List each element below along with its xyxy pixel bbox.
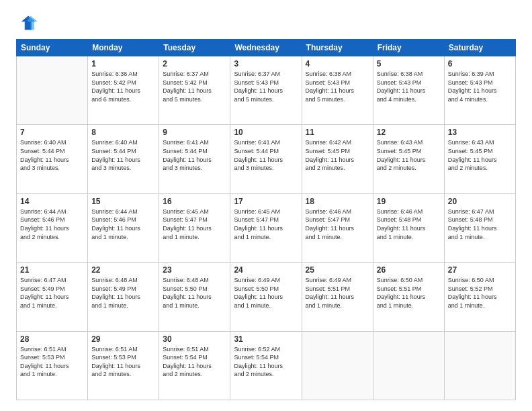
cell-info: Sunrise: 6:51 AM Sunset: 5:53 PM Dayligh…: [20, 345, 84, 379]
cell-info: Sunrise: 6:43 AM Sunset: 5:45 PM Dayligh…: [377, 138, 441, 172]
calendar-cell: 30Sunrise: 6:51 AM Sunset: 5:54 PM Dayli…: [159, 331, 230, 400]
day-number: 20: [448, 197, 512, 206]
calendar-cell: 21Sunrise: 6:47 AM Sunset: 5:49 PM Dayli…: [17, 263, 88, 331]
calendar-cell: 31Sunrise: 6:52 AM Sunset: 5:54 PM Dayli…: [230, 331, 302, 400]
cell-info: Sunrise: 6:37 AM Sunset: 5:43 PM Dayligh…: [234, 70, 298, 103]
cell-info: Sunrise: 6:51 AM Sunset: 5:53 PM Dayligh…: [91, 345, 155, 379]
day-number: 8: [91, 128, 155, 137]
day-number: 11: [306, 128, 369, 137]
calendar-cell: [373, 331, 444, 400]
day-number: 1: [91, 59, 155, 68]
day-number: 4: [306, 59, 369, 68]
calendar-cell: 8Sunrise: 6:40 AM Sunset: 5:44 PM Daylig…: [88, 125, 159, 193]
calendar-cell: 19Sunrise: 6:46 AM Sunset: 5:48 PM Dayli…: [373, 193, 444, 262]
calendar-cell: 23Sunrise: 6:48 AM Sunset: 5:50 PM Dayli…: [159, 263, 230, 331]
calendar-cell: 9Sunrise: 6:41 AM Sunset: 5:44 PM Daylig…: [159, 125, 230, 193]
header: [16, 13, 516, 32]
cell-info: Sunrise: 6:43 AM Sunset: 5:45 PM Dayligh…: [448, 138, 512, 172]
calendar-cell: 17Sunrise: 6:45 AM Sunset: 5:47 PM Dayli…: [230, 193, 302, 262]
cell-info: Sunrise: 6:49 AM Sunset: 5:51 PM Dayligh…: [306, 276, 369, 310]
day-number: 23: [163, 265, 226, 275]
cell-info: Sunrise: 6:51 AM Sunset: 5:54 PM Dayligh…: [163, 345, 226, 379]
calendar-week-2: 14Sunrise: 6:44 AM Sunset: 5:46 PM Dayli…: [17, 193, 516, 262]
calendar-cell: 14Sunrise: 6:44 AM Sunset: 5:46 PM Dayli…: [17, 193, 88, 262]
calendar-week-1: 7Sunrise: 6:40 AM Sunset: 5:44 PM Daylig…: [17, 125, 516, 193]
cell-info: Sunrise: 6:47 AM Sunset: 5:49 PM Dayligh…: [20, 276, 84, 310]
day-number: 3: [234, 59, 298, 68]
calendar-cell: 26Sunrise: 6:50 AM Sunset: 5:51 PM Dayli…: [373, 263, 444, 331]
cell-info: Sunrise: 6:45 AM Sunset: 5:47 PM Dayligh…: [234, 208, 298, 241]
calendar-week-3: 21Sunrise: 6:47 AM Sunset: 5:49 PM Dayli…: [17, 263, 516, 331]
day-header-saturday: Saturday: [444, 40, 515, 56]
calendar-cell: 25Sunrise: 6:49 AM Sunset: 5:51 PM Dayli…: [302, 263, 373, 331]
calendar-cell: 4Sunrise: 6:38 AM Sunset: 5:43 PM Daylig…: [302, 56, 373, 125]
day-number: 29: [91, 334, 155, 344]
cell-info: Sunrise: 6:46 AM Sunset: 5:47 PM Dayligh…: [306, 208, 369, 241]
day-number: 13: [448, 128, 512, 137]
calendar-week-0: 1Sunrise: 6:36 AM Sunset: 5:42 PM Daylig…: [17, 56, 516, 125]
day-number: 16: [163, 197, 226, 206]
cell-info: Sunrise: 6:48 AM Sunset: 5:49 PM Dayligh…: [91, 276, 155, 310]
calendar-cell: 11Sunrise: 6:42 AM Sunset: 5:45 PM Dayli…: [302, 125, 373, 193]
cell-info: Sunrise: 6:50 AM Sunset: 5:51 PM Dayligh…: [377, 276, 441, 310]
page: SundayMondayTuesdayWednesdayThursdayFrid…: [0, 0, 532, 411]
day-number: 7: [20, 128, 84, 137]
day-number: 19: [377, 197, 441, 206]
day-number: 26: [377, 265, 441, 275]
calendar-cell: 28Sunrise: 6:51 AM Sunset: 5:53 PM Dayli…: [17, 331, 88, 400]
day-number: 30: [163, 334, 226, 344]
calendar-cell: 27Sunrise: 6:50 AM Sunset: 5:52 PM Dayli…: [444, 263, 515, 331]
day-number: 25: [306, 265, 369, 275]
day-header-thursday: Thursday: [302, 40, 373, 56]
calendar-cell: 13Sunrise: 6:43 AM Sunset: 5:45 PM Dayli…: [444, 125, 515, 193]
day-number: 9: [163, 128, 226, 137]
cell-info: Sunrise: 6:49 AM Sunset: 5:50 PM Dayligh…: [234, 276, 298, 310]
day-header-sunday: Sunday: [17, 40, 88, 56]
cell-info: Sunrise: 6:39 AM Sunset: 5:43 PM Dayligh…: [448, 70, 512, 103]
cell-info: Sunrise: 6:37 AM Sunset: 5:42 PM Dayligh…: [163, 70, 226, 103]
calendar-cell: [444, 331, 515, 400]
day-number: 21: [20, 265, 84, 275]
cell-info: Sunrise: 6:44 AM Sunset: 5:46 PM Dayligh…: [91, 208, 155, 241]
day-header-tuesday: Tuesday: [159, 40, 230, 56]
day-header-friday: Friday: [373, 40, 444, 56]
cell-info: Sunrise: 6:40 AM Sunset: 5:44 PM Dayligh…: [91, 138, 155, 172]
calendar-cell: 12Sunrise: 6:43 AM Sunset: 5:45 PM Dayli…: [373, 125, 444, 193]
cell-info: Sunrise: 6:41 AM Sunset: 5:44 PM Dayligh…: [234, 138, 298, 172]
calendar-cell: 6Sunrise: 6:39 AM Sunset: 5:43 PM Daylig…: [444, 56, 515, 125]
cell-info: Sunrise: 6:42 AM Sunset: 5:45 PM Dayligh…: [306, 138, 369, 172]
calendar-cell: 2Sunrise: 6:37 AM Sunset: 5:42 PM Daylig…: [159, 56, 230, 125]
calendar-cell: 24Sunrise: 6:49 AM Sunset: 5:50 PM Dayli…: [230, 263, 302, 331]
calendar-header-row: SundayMondayTuesdayWednesdayThursdayFrid…: [17, 40, 516, 56]
day-number: 14: [20, 197, 84, 206]
day-number: 27: [448, 265, 512, 275]
calendar-cell: 1Sunrise: 6:36 AM Sunset: 5:42 PM Daylig…: [88, 56, 159, 125]
cell-info: Sunrise: 6:52 AM Sunset: 5:54 PM Dayligh…: [234, 345, 298, 379]
calendar-cell: 16Sunrise: 6:45 AM Sunset: 5:47 PM Dayli…: [159, 193, 230, 262]
calendar-cell: 5Sunrise: 6:38 AM Sunset: 5:43 PM Daylig…: [373, 56, 444, 125]
day-number: 28: [20, 334, 84, 344]
cell-info: Sunrise: 6:36 AM Sunset: 5:42 PM Dayligh…: [91, 70, 155, 103]
calendar-cell: 10Sunrise: 6:41 AM Sunset: 5:44 PM Dayli…: [230, 125, 302, 193]
calendar-cell: 29Sunrise: 6:51 AM Sunset: 5:53 PM Dayli…: [88, 331, 159, 400]
day-number: 10: [234, 128, 298, 137]
cell-info: Sunrise: 6:44 AM Sunset: 5:46 PM Dayligh…: [20, 208, 84, 241]
day-number: 24: [234, 265, 298, 275]
calendar-cell: 15Sunrise: 6:44 AM Sunset: 5:46 PM Dayli…: [88, 193, 159, 262]
logo: [16, 13, 38, 32]
cell-info: Sunrise: 6:45 AM Sunset: 5:47 PM Dayligh…: [163, 208, 226, 241]
cell-info: Sunrise: 6:41 AM Sunset: 5:44 PM Dayligh…: [163, 138, 226, 172]
day-number: 12: [377, 128, 441, 137]
cell-info: Sunrise: 6:46 AM Sunset: 5:48 PM Dayligh…: [377, 208, 441, 241]
day-number: 17: [234, 197, 298, 206]
cell-info: Sunrise: 6:47 AM Sunset: 5:48 PM Dayligh…: [448, 208, 512, 241]
day-number: 2: [163, 59, 226, 68]
day-header-monday: Monday: [88, 40, 159, 56]
cell-info: Sunrise: 6:38 AM Sunset: 5:43 PM Dayligh…: [306, 70, 369, 103]
cell-info: Sunrise: 6:50 AM Sunset: 5:52 PM Dayligh…: [448, 276, 512, 310]
calendar-cell: 3Sunrise: 6:37 AM Sunset: 5:43 PM Daylig…: [230, 56, 302, 125]
day-number: 31: [234, 334, 298, 344]
calendar-cell: 7Sunrise: 6:40 AM Sunset: 5:44 PM Daylig…: [17, 125, 88, 193]
calendar-cell: 18Sunrise: 6:46 AM Sunset: 5:47 PM Dayli…: [302, 193, 373, 262]
cell-info: Sunrise: 6:40 AM Sunset: 5:44 PM Dayligh…: [20, 138, 84, 172]
